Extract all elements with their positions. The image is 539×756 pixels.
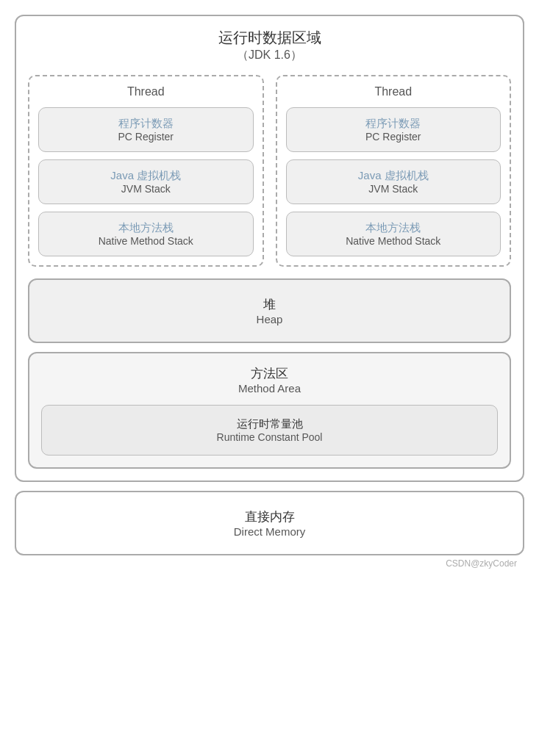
runtime-title-zh: 运行时数据区域 (28, 28, 511, 48)
thread1-pc-zh: 程序计数器 (46, 117, 246, 131)
runtime-pool-zh: 运行时常量池 (49, 417, 490, 431)
thread1-jvmstack-en: JVM Stack (46, 183, 246, 195)
page-container: 运行时数据区域 （JDK 1.6） Thread 程序计数器 PC Regist… (15, 15, 524, 569)
thread1-native-en: Native Method Stack (46, 235, 246, 247)
thread2-label: Thread (286, 85, 501, 98)
runtime-area: 运行时数据区域 （JDK 1.6） Thread 程序计数器 PC Regist… (15, 15, 524, 482)
thread2-native-en: Native Method Stack (294, 235, 493, 247)
heap-zh: 堆 (37, 296, 502, 313)
thread2-native-zh: 本地方法栈 (294, 221, 493, 235)
threads-row: Thread 程序计数器 PC Register Java 虚拟机栈 JVM S… (28, 75, 511, 267)
runtime-area-title: 运行时数据区域 （JDK 1.6） (28, 28, 511, 63)
direct-memory-en: Direct Memory (24, 525, 515, 538)
thread2-pc-zh: 程序计数器 (294, 117, 493, 131)
thread2-jvmstack-en: JVM Stack (294, 183, 493, 195)
thread1-pc-register: 程序计数器 PC Register (38, 107, 254, 152)
thread1-box: Thread 程序计数器 PC Register Java 虚拟机栈 JVM S… (28, 75, 264, 267)
runtime-pool-box: 运行时常量池 Runtime Constant Pool (41, 405, 498, 456)
thread1-label: Thread (38, 85, 254, 98)
runtime-title-en: （JDK 1.6） (28, 48, 511, 63)
thread1-pc-en: PC Register (46, 131, 246, 143)
method-area-en: Method Area (41, 382, 498, 395)
thread1-native-zh: 本地方法栈 (46, 221, 246, 235)
runtime-pool-en: Runtime Constant Pool (49, 431, 490, 443)
watermark: CSDN@zkyCoder (15, 558, 524, 569)
direct-memory-box: 直接内存 Direct Memory (15, 491, 524, 555)
thread2-pc-register: 程序计数器 PC Register (286, 107, 501, 152)
method-area-title: 方法区 Method Area (41, 365, 498, 395)
thread1-native-method-stack: 本地方法栈 Native Method Stack (38, 212, 254, 256)
thread1-jvm-stack: Java 虚拟机栈 JVM Stack (38, 159, 254, 204)
heap-en: Heap (37, 313, 502, 325)
thread2-jvmstack-zh: Java 虚拟机栈 (294, 169, 493, 183)
thread2-jvm-stack: Java 虚拟机栈 JVM Stack (286, 159, 501, 204)
thread2-box: Thread 程序计数器 PC Register Java 虚拟机栈 JVM S… (276, 75, 512, 267)
direct-memory-zh: 直接内存 (24, 508, 515, 525)
heap-box: 堆 Heap (28, 278, 511, 343)
thread1-jvmstack-zh: Java 虚拟机栈 (46, 169, 246, 183)
method-area-zh: 方法区 (41, 365, 498, 382)
thread2-native-method-stack: 本地方法栈 Native Method Stack (286, 212, 501, 256)
method-area-box: 方法区 Method Area 运行时常量池 Runtime Constant … (28, 352, 511, 469)
thread2-pc-en: PC Register (294, 131, 493, 143)
